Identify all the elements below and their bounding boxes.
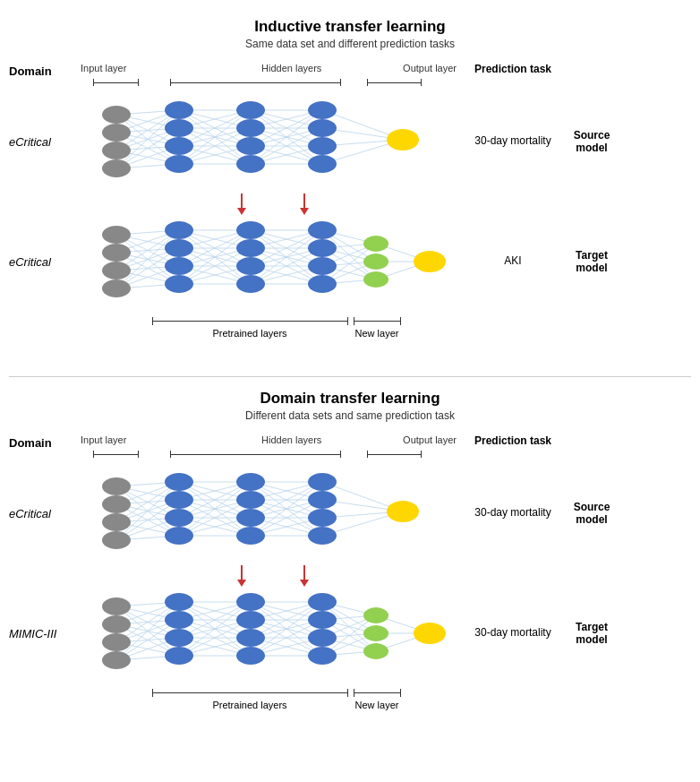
svg-point-133 bbox=[102, 244, 131, 262]
svg-point-138 bbox=[165, 257, 193, 275]
svg-point-144 bbox=[308, 221, 337, 239]
svg-point-216 bbox=[308, 473, 337, 491]
svg-point-299 bbox=[308, 647, 337, 665]
svg-point-55 bbox=[102, 159, 131, 177]
d-new-left-tick bbox=[354, 689, 354, 697]
d-pretrained-label: Pretrained layers bbox=[170, 700, 329, 710]
svg-point-150 bbox=[363, 271, 388, 288]
svg-point-295 bbox=[236, 647, 265, 665]
svg-point-208 bbox=[165, 473, 193, 491]
svg-point-66 bbox=[308, 137, 337, 155]
inductive-row1-prediction: 30-day mortality bbox=[473, 134, 553, 149]
inductive-section: Inductive transfer learning Same data se… bbox=[9, 18, 691, 349]
inductive-bottom-bracket-area: Pretrained layers New layer bbox=[81, 314, 465, 349]
domain-network1-svg bbox=[81, 468, 465, 558]
arrow-head-2 bbox=[300, 208, 309, 215]
domain-arrow-line-2 bbox=[303, 565, 305, 580]
svg-point-61 bbox=[236, 119, 265, 137]
d-pretrained-left-tick bbox=[152, 689, 153, 697]
inductive-row2-model-label: Target model bbox=[560, 249, 623, 274]
hidden-bracket-right bbox=[340, 79, 341, 86]
domain-red-arrow-2 bbox=[300, 565, 309, 587]
domain-row1-prediction: 30-day mortality bbox=[473, 506, 553, 520]
pretrained-right-tick bbox=[347, 317, 348, 325]
svg-point-65 bbox=[308, 119, 337, 137]
svg-point-286 bbox=[102, 633, 131, 651]
header-brackets bbox=[81, 75, 465, 90]
input-bracket-right bbox=[138, 79, 139, 86]
pretrained-bracket-line bbox=[152, 321, 347, 322]
svg-point-297 bbox=[308, 611, 337, 629]
d-new-right-tick bbox=[400, 689, 401, 697]
output-bracket-right bbox=[421, 79, 422, 86]
input-bracket-line bbox=[93, 82, 138, 83]
svg-point-137 bbox=[165, 239, 193, 257]
svg-point-67 bbox=[308, 155, 337, 173]
d-hidden-bracket-right bbox=[340, 451, 341, 458]
svg-point-212 bbox=[236, 473, 265, 491]
svg-point-284 bbox=[102, 597, 131, 615]
svg-point-207 bbox=[102, 531, 131, 549]
d-new-layer-bracket-line bbox=[354, 692, 400, 693]
domain-layer-labels-wrapper: Input layer Hidden layers Output layer bbox=[81, 434, 465, 461]
domain-red-arrow-1 bbox=[237, 565, 246, 587]
svg-point-215 bbox=[236, 527, 265, 545]
new-layer-bracket-line bbox=[354, 321, 400, 322]
domain-output-layer-label: Output layer bbox=[403, 434, 457, 445]
inductive-title: Inductive transfer learning bbox=[9, 18, 691, 36]
svg-point-287 bbox=[102, 651, 131, 669]
domain-arrow-head-1 bbox=[237, 580, 246, 587]
svg-point-53 bbox=[102, 124, 131, 142]
domain-header-brackets bbox=[81, 447, 465, 461]
inductive-header-row: Domain Input layer Hidden layers Output … bbox=[9, 63, 691, 90]
svg-point-220 bbox=[387, 501, 419, 522]
svg-point-205 bbox=[102, 495, 131, 513]
d-pretrained-right-tick bbox=[347, 689, 348, 697]
domain-arrow-row bbox=[9, 565, 691, 587]
domain-input-layer-label: Input layer bbox=[81, 434, 126, 445]
svg-point-143 bbox=[236, 275, 265, 293]
d-output-bracket-line bbox=[367, 454, 421, 455]
svg-point-302 bbox=[363, 643, 388, 659]
svg-point-293 bbox=[236, 611, 265, 629]
new-right-tick bbox=[400, 317, 401, 325]
domain-row2-domain: MIMIC-III bbox=[9, 627, 81, 640]
domain-row1-domain: eCritical bbox=[9, 507, 81, 520]
domain-bottom-labels: Pretrained layers New layer bbox=[9, 685, 691, 721]
svg-point-151 bbox=[414, 251, 446, 272]
inductive-network1-svg bbox=[81, 97, 465, 186]
input-layer-label: Input layer bbox=[81, 63, 126, 73]
inductive-bottom-labels: Pretrained layers New layer bbox=[9, 314, 691, 349]
inductive-domain-header: Domain bbox=[9, 64, 52, 78]
svg-point-140 bbox=[236, 221, 265, 239]
output-bracket-line bbox=[367, 82, 421, 83]
domain-network2-svg bbox=[81, 589, 465, 678]
domain-row2-model-label: Target model bbox=[560, 621, 623, 646]
svg-point-63 bbox=[236, 155, 265, 173]
d-input-bracket-right bbox=[138, 451, 139, 458]
red-arrow-2 bbox=[300, 193, 309, 215]
pretrained-label: Pretrained layers bbox=[170, 328, 329, 339]
arrow-line-2 bbox=[303, 193, 305, 208]
arrow-line-1 bbox=[241, 193, 243, 208]
domain-arrows bbox=[81, 565, 465, 587]
inductive-arrow-row bbox=[9, 193, 691, 215]
domain-arrow-line-1 bbox=[241, 565, 243, 580]
pretrained-left-tick bbox=[152, 317, 153, 325]
inductive-row1: eCritical bbox=[9, 97, 691, 186]
svg-point-291 bbox=[165, 647, 193, 665]
svg-point-134 bbox=[102, 262, 131, 279]
arrow-head-1 bbox=[237, 208, 246, 215]
svg-point-59 bbox=[165, 155, 193, 173]
svg-point-145 bbox=[308, 239, 337, 257]
svg-point-214 bbox=[236, 509, 265, 527]
domain-arrow-head-2 bbox=[300, 580, 309, 587]
svg-point-132 bbox=[102, 226, 131, 244]
svg-point-135 bbox=[102, 279, 131, 297]
svg-point-213 bbox=[236, 491, 265, 509]
domain-subtitle: Different data sets and same prediction … bbox=[9, 409, 691, 422]
svg-point-300 bbox=[363, 607, 388, 623]
d-pretrained-bracket-line bbox=[152, 692, 347, 693]
new-left-tick bbox=[354, 317, 354, 325]
svg-point-206 bbox=[102, 513, 131, 531]
